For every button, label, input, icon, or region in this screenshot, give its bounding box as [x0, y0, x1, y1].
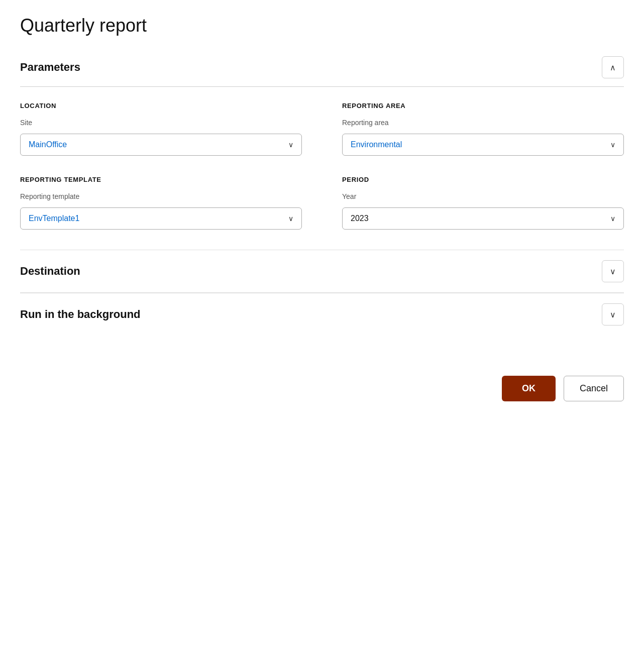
chevron-down-icon: ∨: [610, 310, 616, 319]
background-section-title: Run in the background: [20, 308, 141, 321]
background-expand-button[interactable]: ∨: [602, 303, 624, 326]
destination-expand-button[interactable]: ∨: [602, 260, 624, 282]
background-section: Run in the background ∨: [20, 293, 624, 336]
footer-buttons: OK Cancel: [20, 376, 624, 401]
cancel-button[interactable]: Cancel: [564, 376, 624, 401]
parameters-section-header: Parameters ∧: [20, 56, 624, 87]
reporting-area-dropdown-value: Environmental: [351, 140, 402, 149]
reporting-area-group-label: REPORTING AREA: [342, 102, 624, 110]
reporting-template-group: REPORTING TEMPLATE Reporting template En…: [20, 176, 302, 230]
site-dropdown[interactable]: MainOffice ∨: [20, 134, 302, 156]
location-group-label: LOCATION: [20, 102, 302, 110]
reporting-template-field-label: Reporting template: [20, 192, 302, 200]
site-dropdown-arrow-icon: ∨: [288, 141, 293, 149]
parameters-grid: LOCATION Site MainOffice ∨ REPORTING ARE…: [20, 102, 624, 230]
chevron-down-icon: ∨: [610, 267, 616, 276]
parameters-collapse-button[interactable]: ∧: [602, 56, 624, 78]
parameters-section-title: Parameters: [20, 61, 80, 74]
year-dropdown[interactable]: 2023 ∨: [342, 207, 624, 230]
reporting-template-dropdown[interactable]: EnvTemplate1 ∨: [20, 207, 302, 230]
period-group: PERIOD Year 2023 ∨: [342, 176, 624, 230]
reporting-template-dropdown-value: EnvTemplate1: [29, 214, 79, 223]
year-dropdown-value: 2023: [351, 214, 369, 223]
year-field-label: Year: [342, 192, 624, 200]
reporting-area-field-label: Reporting area: [342, 119, 624, 127]
reporting-template-dropdown-arrow-icon: ∨: [288, 214, 293, 223]
ok-button[interactable]: OK: [502, 376, 556, 401]
page-title: Quarterly report: [20, 15, 624, 36]
year-dropdown-arrow-icon: ∨: [610, 214, 615, 223]
reporting-area-dropdown-arrow-icon: ∨: [610, 141, 615, 149]
reporting-area-dropdown[interactable]: Environmental ∨: [342, 134, 624, 156]
reporting-area-group: REPORTING AREA Reporting area Environmen…: [342, 102, 624, 156]
reporting-template-group-label: REPORTING TEMPLATE: [20, 176, 302, 183]
period-group-label: PERIOD: [342, 176, 624, 183]
site-dropdown-value: MainOffice: [29, 140, 67, 149]
location-group: LOCATION Site MainOffice ∨: [20, 102, 302, 156]
site-field-label: Site: [20, 119, 302, 127]
destination-section-title: Destination: [20, 265, 80, 278]
destination-section: Destination ∨: [20, 250, 624, 292]
chevron-up-icon: ∧: [610, 63, 616, 72]
